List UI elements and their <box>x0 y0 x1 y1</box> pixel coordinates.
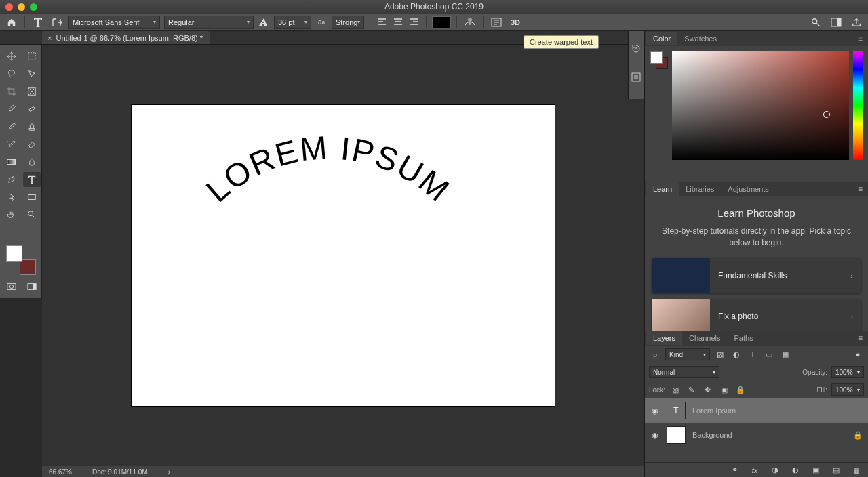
tab-adjustments[interactable]: Adjustments <box>721 182 776 196</box>
align-right-icon[interactable] <box>408 17 420 28</box>
panel-menu-icon[interactable]: ≡ <box>854 333 867 343</box>
fill-value[interactable]: 100%▾ <box>831 383 864 396</box>
tab-libraries[interactable]: Libraries <box>679 182 721 196</box>
tab-channels[interactable]: Channels <box>682 331 727 345</box>
move-tool[interactable] <box>3 49 20 64</box>
home-icon[interactable] <box>4 16 19 29</box>
rectangle-tool[interactable] <box>23 190 41 205</box>
text-color-swatch[interactable] <box>432 16 451 28</box>
text-tool-icon[interactable] <box>31 16 45 29</box>
3d-icon[interactable]: 3D <box>508 16 523 29</box>
tab-layers[interactable]: Layers <box>646 331 682 345</box>
learn-card-fix-photo[interactable]: Fix a photo › <box>652 299 861 331</box>
filter-smart-icon[interactable]: ▦ <box>779 349 791 360</box>
zoom-level[interactable]: 66.67% <box>49 468 72 476</box>
layer-name[interactable]: Lorem Ipsum <box>692 407 736 415</box>
color-spectrum[interactable] <box>672 51 849 160</box>
marquee-tool[interactable] <box>23 49 41 64</box>
filter-pixel-icon[interactable]: ▧ <box>714 349 726 360</box>
layer-row[interactable]: ◉ Background 🔒 <box>645 423 868 447</box>
lock-all-icon[interactable]: 🔒 <box>734 384 747 395</box>
panel-menu-icon[interactable]: ≡ <box>854 184 867 194</box>
filter-type-icon[interactable]: T <box>747 349 759 360</box>
hand-tool[interactable] <box>3 207 20 222</box>
tab-paths[interactable]: Paths <box>728 331 760 345</box>
pen-tool[interactable] <box>3 172 20 187</box>
history-panel-icon[interactable] <box>631 43 642 54</box>
healing-tool[interactable] <box>23 102 41 117</box>
edit-toolbar-icon[interactable]: ⋯ <box>3 225 20 240</box>
layer-name[interactable]: Background <box>692 431 732 439</box>
tab-learn[interactable]: Learn <box>646 182 679 196</box>
align-left-icon[interactable] <box>376 17 388 28</box>
zoom-tool[interactable] <box>23 207 41 222</box>
adjustment-layer-icon[interactable]: ◐ <box>789 465 802 476</box>
status-chevron-icon[interactable]: › <box>168 468 170 476</box>
learn-card-fundamental[interactable]: Fundamental Skills › <box>652 258 861 293</box>
eraser-tool[interactable] <box>23 137 41 152</box>
font-style-select[interactable]: Regular▾ <box>164 16 254 29</box>
delete-layer-icon[interactable]: 🗑 <box>850 465 863 476</box>
frame-tool[interactable] <box>23 84 41 99</box>
clone-stamp-tool[interactable] <box>23 119 41 134</box>
eyedropper-tool[interactable] <box>3 102 20 117</box>
quick-mask-icon[interactable] <box>3 279 20 294</box>
crop-tool[interactable] <box>3 84 20 99</box>
filter-toggle-icon[interactable]: ● <box>852 349 864 360</box>
search-icon[interactable] <box>808 16 823 29</box>
align-center-icon[interactable] <box>392 17 404 28</box>
font-size-select[interactable]: 36 pt▾ <box>274 16 311 29</box>
visibility-icon[interactable]: ◉ <box>650 431 660 440</box>
layer-fx-icon[interactable]: fx <box>749 465 761 476</box>
history-brush-tool[interactable] <box>3 137 20 152</box>
warped-text[interactable]: LOREM IPSUM <box>199 129 457 209</box>
new-layer-icon[interactable]: ▤ <box>830 465 842 476</box>
character-panel-icon[interactable] <box>489 16 504 29</box>
lock-icon[interactable]: 🔒 <box>853 431 863 440</box>
fg-mini-swatch[interactable] <box>650 51 663 64</box>
quick-select-tool[interactable] <box>23 66 41 81</box>
layer-thumb-text[interactable] <box>667 402 686 419</box>
properties-panel-icon[interactable] <box>631 72 642 83</box>
color-mini-swatches[interactable] <box>650 51 668 69</box>
screen-mode-icon[interactable] <box>829 16 844 29</box>
layer-filter-kind[interactable]: Kind▾ <box>665 348 710 360</box>
spectrum-cursor[interactable] <box>823 111 830 118</box>
tab-swatches[interactable]: Swatches <box>677 32 724 45</box>
filter-shape-icon[interactable]: ▭ <box>763 349 775 360</box>
layer-mask-icon[interactable]: ◑ <box>769 465 781 476</box>
warp-text-icon[interactable] <box>462 16 477 29</box>
search-icon[interactable]: ⌕ <box>649 349 661 360</box>
panel-menu-icon[interactable]: ≡ <box>854 34 867 43</box>
blur-tool[interactable] <box>23 154 41 169</box>
lasso-tool[interactable] <box>3 66 20 81</box>
document-tab[interactable]: × Untitled-1 @ 66.7% (Lorem Ipsum, RGB/8… <box>42 31 210 44</box>
type-tool[interactable] <box>23 172 41 187</box>
link-layers-icon[interactable]: ⚭ <box>728 465 741 476</box>
hue-slider[interactable] <box>853 51 863 160</box>
foreground-color-swatch[interactable] <box>6 245 22 262</box>
document-canvas[interactable]: LOREM IPSUM <box>132 105 555 406</box>
gradient-tool[interactable] <box>3 154 20 169</box>
font-family-select[interactable]: Microsoft Sans Serif▾ <box>68 16 160 29</box>
text-orientation-icon[interactable] <box>50 16 64 29</box>
close-tab-icon[interactable]: × <box>47 34 52 42</box>
layer-thumb[interactable] <box>667 426 686 444</box>
brush-tool[interactable] <box>3 119 20 134</box>
antialias-select[interactable]: Strong▾ <box>332 16 364 29</box>
layer-row[interactable]: ◉ Lorem Ipsum <box>645 398 868 423</box>
path-select-tool[interactable] <box>3 190 20 205</box>
color-swatches[interactable] <box>6 245 36 275</box>
screen-mode-tool-icon[interactable] <box>23 279 41 294</box>
group-icon[interactable]: ▣ <box>810 465 822 476</box>
filter-adjust-icon[interactable]: ◐ <box>730 349 743 360</box>
blend-mode-select[interactable]: Normal▾ <box>649 366 719 378</box>
lock-position-icon[interactable]: ✥ <box>702 384 714 395</box>
lock-artboard-icon[interactable]: ▣ <box>718 384 730 395</box>
visibility-icon[interactable]: ◉ <box>650 407 660 415</box>
share-icon[interactable] <box>849 16 864 29</box>
lock-transparency-icon[interactable]: ▨ <box>669 384 682 395</box>
canvas-area[interactable]: LOREM IPSUM <box>42 45 644 466</box>
opacity-value[interactable]: 100%▾ <box>831 366 864 378</box>
tab-color[interactable]: Color <box>646 32 677 45</box>
